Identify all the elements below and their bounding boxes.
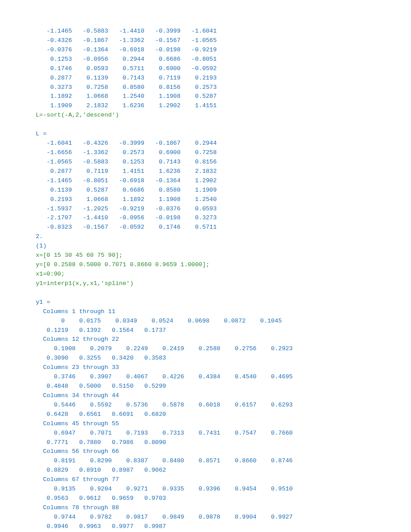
matrix-line-7: 0.3273 0.7258 0.8580 0.8156 0.2573 — [36, 84, 217, 91]
L-line-7: 0.2193 1.0668 1.1892 1.1908 1.2540 — [36, 196, 217, 203]
L-line-6: 0.1139 0.5287 0.6686 0.8580 1.1909 — [36, 187, 217, 193]
col8-vals2: 0.9946 0.9963 0.9977 0.9987 — [36, 523, 166, 530]
y1-command: y1=interp1(x,y,x1,'spline') — [36, 280, 134, 287]
L-line-9: -2.1707 -1.4410 -0.0956 -0.0198 0.3273 — [36, 214, 217, 221]
L-line-2: -1.6656 -1.3362 0.2573 0.6900 0.7258 — [36, 149, 217, 156]
matrix-line-6: 0.2877 0.1139 0.7143 0.7119 0.2193 — [36, 75, 217, 81]
col4-vals2: 0.6428 0.6561 0.6691 0.6820 — [36, 411, 166, 418]
matrix-line-8: 1.1892 1.0668 1.2540 1.1908 0.5287 — [36, 93, 217, 100]
col8-header: Columns 78 through 88 — [36, 504, 119, 511]
col5-vals: 0.6947 0.7071 0.7193 0.7313 0.7431 0.754… — [36, 430, 293, 436]
col1-vals: 0 0.0175 0.0349 0.0524 0.0698 0.0872 0.1… — [36, 318, 282, 324]
y-command: y=[0 0.2588 0.5000 0.7071 0.8660 0.9659 … — [36, 261, 210, 268]
L-line-4: 0.2877 0.7119 1.4151 1.6236 2.1832 — [36, 168, 217, 175]
col6-vals2: 0.8829 0.8910 0.8987 0.9062 — [36, 467, 166, 473]
col5-vals2: 0.7771 0.7880 0.7986 0.8090 — [36, 439, 166, 446]
col2-vals: 0.1908 0.2079 0.2249 0.2419 0.2588 0.275… — [36, 345, 293, 352]
part1: (1) — [36, 243, 46, 249]
section2: 2. — [36, 233, 43, 240]
L-line-10: -0.8323 -0.1567 -0.0592 0.1746 0.5711 — [36, 224, 217, 230]
L-line-8: -1.5937 -1.2025 -0.9219 -0.0376 0.0593 — [36, 205, 217, 212]
col7-vals2: 0.9563 0.9612 0.9659 0.9703 — [36, 495, 166, 502]
col5-header: Columns 45 through 55 — [36, 420, 119, 427]
matrix-line-4: 0.1253 -0.0956 0.2944 0.6686 -0.8051 — [36, 56, 217, 63]
x-command: x=[0 15 30 45 60 75 90]; — [36, 252, 122, 259]
matrix-line-9: 1.1909 2.1832 1.6236 1.2902 1.4151 — [36, 102, 217, 109]
col1-header: Columns 1 through 11 — [36, 308, 115, 315]
col8-vals: 0.9744 0.9782 0.9817 0.9849 0.9878 0.990… — [36, 514, 293, 520]
matrix-line-5: 0.1746 0.0593 0.5711 0.6900 -0.0592 — [36, 65, 217, 72]
col3-vals2: 0.4848 0.5000 0.5150 0.5299 — [36, 383, 166, 390]
matrix-line-2: -0.4326 -0.1867 -1.3362 -0.1567 -1.0565 — [36, 37, 217, 44]
matrix-line-1: -1.1465 -0.5883 -1.4410 -0.3999 -1.6041 — [36, 28, 217, 34]
L-label: L = — [36, 130, 46, 137]
x1-command: x1=0:90; — [36, 271, 65, 277]
col7-header: Columns 67 through 77 — [36, 476, 119, 483]
L-line-5: -1.1465 -0.8051 -0.6918 -0.1364 1.2902 — [36, 177, 217, 184]
L-line-3: -1.0565 -0.5883 0.1253 0.7143 0.8156 — [36, 159, 217, 165]
sort-command: L=-sort(-A,2,'descend') — [36, 112, 119, 118]
y1-label: y1 = — [36, 299, 50, 306]
col7-vals: 0.9135 0.9204 0.9271 0.9335 0.9396 0.945… — [36, 486, 293, 492]
col3-header: Columns 23 through 33 — [36, 364, 119, 371]
col4-header: Columns 34 through 44 — [36, 392, 119, 399]
matlab-output: -1.1465 -0.5883 -1.4410 -0.3999 -1.6041 … — [36, 27, 375, 532]
col2-header: Columns 12 through 22 — [36, 336, 119, 343]
matrix-line-3: -0.0376 -0.1364 -0.6918 -0.0198 -0.9219 — [36, 46, 217, 53]
L-line-1: -1.6041 -0.4326 -0.3999 -0.1867 0.2944 — [36, 140, 217, 147]
col6-header: Columns 56 through 66 — [36, 448, 119, 455]
col1-vals2: 0.1219 0.1392 0.1564 0.1737 — [36, 327, 166, 334]
col4-vals: 0.5446 0.5592 0.5736 0.5878 0.6018 0.615… — [36, 402, 293, 408]
col6-vals: 0.8191 0.8290 0.8387 0.8480 0.8571 0.866… — [36, 457, 293, 464]
col2-vals2: 0.3090 0.3255 0.3420 0.3583 — [36, 355, 166, 361]
col3-vals: 0.3746 0.3907 0.4067 0.4226 0.4384 0.454… — [36, 373, 293, 380]
